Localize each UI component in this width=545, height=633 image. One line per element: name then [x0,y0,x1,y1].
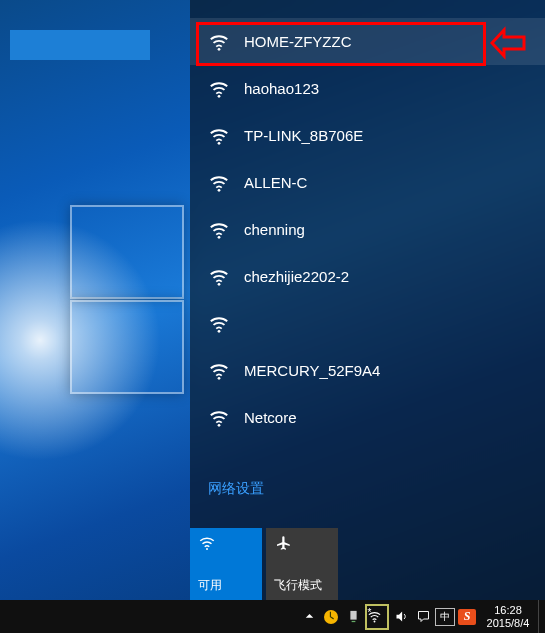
network-name: TP-LINK_8B706E [244,127,363,144]
network-item[interactable]: chenning [190,206,545,253]
svg-point-2 [218,141,221,144]
network-settings-link[interactable]: 网络设置 [208,480,264,498]
quick-action-tiles: 可用 飞行模式 [190,528,342,600]
wifi-icon [208,313,230,335]
network-name: HOME-ZFYZZC [244,33,351,50]
network-list: HOME-ZFYZZChaohao123TP-LINK_8B706EALLEN-… [190,18,545,441]
svg-point-1 [218,94,221,97]
svg-point-6 [218,329,221,332]
network-item[interactable]: TP-LINK_8B706E [190,112,545,159]
wifi-icon [208,407,230,429]
clock-time: 16:28 [494,604,522,617]
network-item[interactable]: haohao123 [190,65,545,112]
wifi-icon [208,219,230,241]
svg-point-5 [218,282,221,285]
tray-clock[interactable]: 16:28 2015/8/4 [478,604,538,630]
taskbar: * 中 S 16:28 2015/8/4 [0,600,545,633]
show-desktop-button[interactable] [538,600,545,633]
network-name: chenning [244,221,305,238]
desktop-rect [10,30,150,60]
network-name: chezhijie2202-2 [244,268,349,285]
tile-wifi-label: 可用 [198,577,254,594]
tray-sogou-icon[interactable]: S [456,600,478,633]
network-name: Netcore [244,409,297,426]
wifi-icon [208,78,230,100]
wifi-icon [208,172,230,194]
svg-point-7 [218,376,221,379]
system-tray: * 中 S 16:28 2015/8/4 [298,600,545,633]
tray-safe-remove-icon[interactable] [342,600,364,633]
clock-date: 2015/8/4 [487,617,530,630]
svg-point-3 [218,188,221,191]
svg-point-10 [374,621,376,623]
network-name: haohao123 [244,80,319,97]
tray-volume-icon[interactable] [390,600,412,633]
network-badge: * [368,607,372,618]
svg-point-4 [218,235,221,238]
airplane-icon [274,534,292,552]
network-name: MERCURY_52F9A4 [244,362,380,379]
svg-point-0 [218,47,221,50]
network-item[interactable]: chezhijie2202-2 [190,253,545,300]
network-item[interactable]: ALLEN-C [190,159,545,206]
svg-point-8 [218,423,221,426]
tile-airplane[interactable]: 飞行模式 [266,528,338,600]
tray-ime-icon[interactable]: 中 [434,600,456,633]
wallpaper-window-pane [70,205,184,299]
tray-action-center-icon[interactable] [412,600,434,633]
wifi-icon [198,534,216,552]
network-item[interactable]: HOME-ZFYZZC [190,18,545,65]
wifi-icon [208,266,230,288]
network-name: ALLEN-C [244,174,307,191]
wifi-icon [208,125,230,147]
wallpaper-window-pane [70,300,184,394]
network-item[interactable] [190,300,545,347]
tile-airplane-label: 飞行模式 [274,577,330,594]
network-item[interactable]: MERCURY_52F9A4 [190,347,545,394]
svg-point-9 [206,548,208,550]
tray-update-icon[interactable] [320,600,342,633]
wifi-icon [208,360,230,382]
network-flyout: HOME-ZFYZZChaohao123TP-LINK_8B706EALLEN-… [190,0,545,600]
wifi-icon [208,31,230,53]
tray-network-icon[interactable]: * [364,600,390,633]
tile-wifi[interactable]: 可用 [190,528,262,600]
tray-overflow-button[interactable] [298,600,320,633]
network-item[interactable]: Netcore [190,394,545,441]
